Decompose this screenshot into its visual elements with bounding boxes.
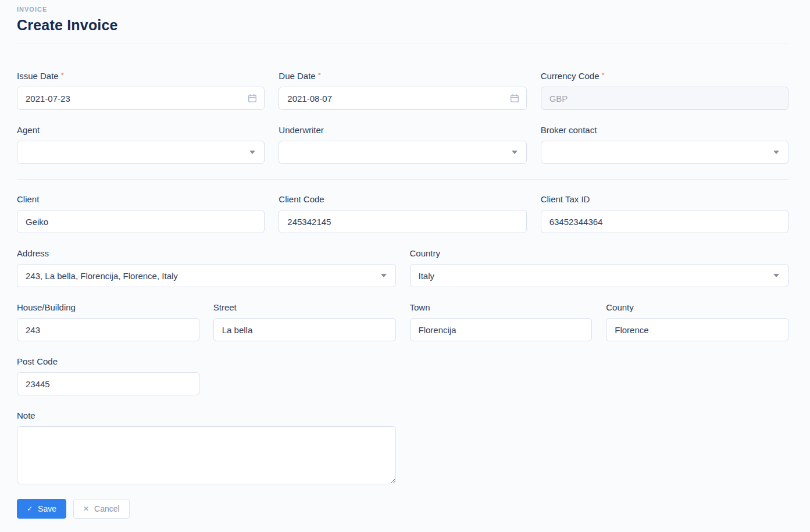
field-client-code: Client Code — [279, 194, 526, 233]
chevron-down-icon — [773, 151, 779, 154]
check-icon: ✓ — [27, 505, 33, 512]
street-input[interactable] — [213, 318, 396, 341]
chevron-down-icon — [773, 274, 779, 277]
field-street: Street — [213, 302, 396, 341]
client-code-input[interactable] — [279, 210, 526, 233]
due-date-input[interactable] — [279, 87, 526, 110]
currency-code-control — [541, 87, 788, 110]
required-asterisk: * — [602, 71, 605, 80]
field-house-building: House/Building — [17, 302, 199, 341]
agent-select[interactable] — [17, 141, 265, 164]
county-label: County — [606, 302, 788, 312]
note-label: Note — [17, 410, 396, 420]
required-asterisk: * — [61, 71, 64, 80]
row-dates: Issue Date* Due Date* — [17, 71, 788, 110]
town-label: Town — [410, 302, 593, 312]
underwriter-select[interactable] — [279, 141, 526, 164]
page-title: Create Invoice — [17, 17, 788, 34]
field-broker-contact: Broker contact — [541, 125, 788, 164]
field-agent: Agent — [17, 125, 265, 164]
town-input[interactable] — [410, 318, 593, 341]
post-code-label: Post Code — [17, 356, 199, 366]
issue-date-input[interactable] — [17, 87, 265, 110]
issue-date-label: Issue Date* — [17, 71, 265, 81]
calendar-icon[interactable] — [248, 94, 257, 103]
field-client-tax-id: Client Tax ID — [541, 194, 788, 233]
client-tax-id-input[interactable] — [541, 210, 788, 233]
field-country: Country Italy — [410, 248, 789, 287]
house-building-label: House/Building — [17, 302, 199, 312]
header-divider — [17, 44, 788, 44]
broker-contact-select[interactable] — [541, 141, 788, 164]
country-select-value: Italy — [419, 271, 435, 281]
agent-label: Agent — [17, 125, 265, 135]
client-code-label: Client Code — [279, 194, 526, 204]
currency-code-input — [541, 87, 788, 110]
field-note: Note — [17, 410, 396, 484]
note-textarea[interactable] — [17, 426, 396, 484]
client-input[interactable] — [17, 210, 265, 233]
due-date-control — [279, 87, 526, 110]
broker-contact-label: Broker contact — [541, 125, 788, 135]
field-town: Town — [410, 302, 593, 341]
field-client: Client — [17, 194, 265, 233]
client-tax-id-label: Client Tax ID — [541, 194, 788, 204]
country-select[interactable]: Italy — [410, 264, 789, 287]
breadcrumb: INVOICE — [17, 6, 788, 13]
invoice-form: Issue Date* Due Date* — [17, 71, 788, 519]
currency-code-label: Currency Code* — [541, 71, 788, 81]
row-post-code: Post Code — [17, 356, 788, 395]
section-divider — [17, 179, 788, 180]
client-label: Client — [17, 194, 265, 204]
country-label: Country — [410, 248, 789, 258]
chevron-down-icon — [381, 274, 387, 277]
field-currency-code: Currency Code* — [541, 71, 788, 110]
cancel-button-label: Cancel — [94, 504, 120, 513]
calendar-icon[interactable] — [510, 94, 519, 103]
save-button[interactable]: ✓ Save — [17, 499, 66, 519]
street-label: Street — [213, 302, 396, 312]
chevron-down-icon — [512, 151, 518, 154]
field-address: Address 243, La bella, Florencija, Flore… — [17, 248, 396, 287]
field-issue-date: Issue Date* — [17, 71, 265, 110]
cancel-button[interactable]: ✕ Cancel — [73, 499, 130, 519]
field-underwriter: Underwriter — [279, 125, 526, 164]
row-address: Address 243, La bella, Florencija, Flore… — [17, 248, 788, 287]
address-select-value: 243, La bella, Florencija, Florence, Ita… — [26, 271, 178, 281]
row-address-parts: House/Building Street Town County — [17, 302, 788, 341]
field-due-date: Due Date* — [279, 71, 526, 110]
row-client: Client Client Code Client Tax ID — [17, 194, 788, 233]
create-invoice-page: INVOICE Create Invoice Issue Date* — [0, 0, 810, 530]
chevron-down-icon — [249, 151, 255, 154]
issue-date-control — [17, 87, 265, 110]
required-asterisk: * — [318, 71, 321, 80]
close-icon: ✕ — [83, 505, 89, 512]
row-contacts: Agent Underwriter Broker contact — [17, 125, 788, 164]
due-date-label: Due Date* — [279, 71, 526, 81]
save-button-label: Save — [38, 504, 56, 513]
underwriter-label: Underwriter — [279, 125, 526, 135]
post-code-input[interactable] — [17, 372, 199, 395]
address-select[interactable]: 243, La bella, Florencija, Florence, Ita… — [17, 264, 396, 287]
address-label: Address — [17, 248, 396, 258]
field-post-code: Post Code — [17, 356, 199, 395]
form-actions: ✓ Save ✕ Cancel — [17, 499, 788, 519]
field-county: County — [606, 302, 788, 341]
house-building-input[interactable] — [17, 318, 199, 341]
county-input[interactable] — [606, 318, 788, 341]
